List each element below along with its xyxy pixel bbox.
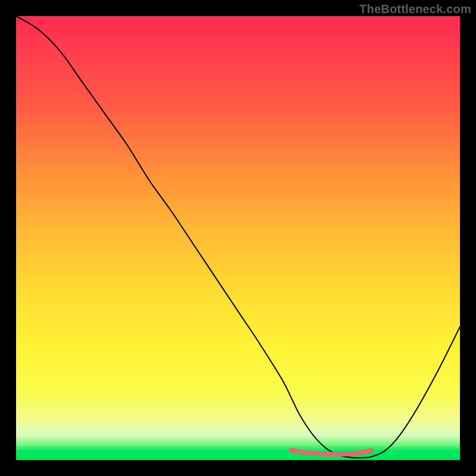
highlight-dot — [368, 448, 374, 453]
plot-area — [16, 16, 460, 460]
chart-svg — [16, 16, 460, 460]
main-curve — [16, 16, 460, 458]
highlight-segment — [292, 450, 371, 455]
watermark-text: TheBottleneck.com — [359, 2, 471, 16]
highlight-dot — [289, 447, 294, 453]
chart-container: TheBottleneck.com — [0, 0, 476, 476]
